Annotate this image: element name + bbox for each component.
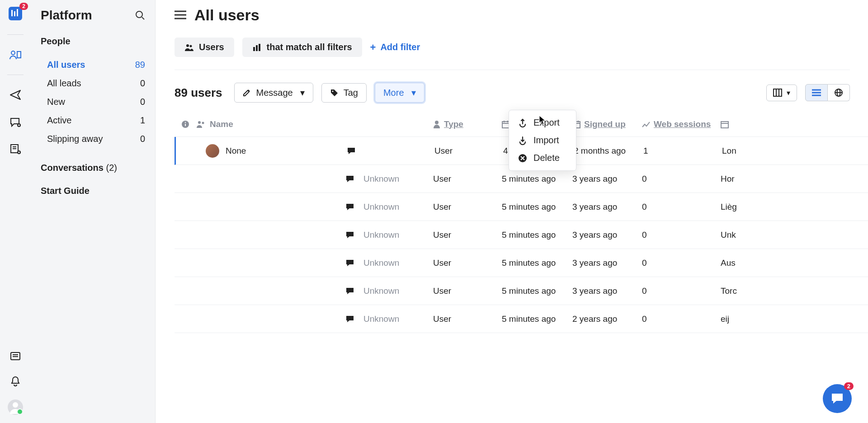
- col-label: Name: [210, 119, 233, 129]
- table-row[interactable]: UnknownUser5 minutes ago3 years ago0Unk: [175, 221, 868, 249]
- svg-rect-5: [17, 52, 21, 58]
- rail-articles-icon[interactable]: [8, 142, 23, 156]
- sidebar-list: All users 89 All leads 0 New 0 Active 1 …: [41, 56, 145, 148]
- list-view-button[interactable]: [805, 84, 828, 101]
- cell-city: Lon: [722, 146, 776, 156]
- more-button[interactable]: More ▾: [375, 83, 425, 103]
- add-filter-button[interactable]: + Add filter: [370, 42, 420, 53]
- row-chat-icon[interactable]: [336, 287, 363, 295]
- columns-button[interactable]: ▾: [766, 85, 797, 101]
- table-row[interactable]: UnknownUser5 minutes ago3 years ago0Aus: [175, 249, 868, 277]
- rail-badge: 2: [19, 3, 28, 10]
- columns-icon: [773, 89, 782, 97]
- message-button[interactable]: Message ▾: [234, 83, 313, 103]
- svg-point-11: [136, 11, 142, 18]
- sidebar-item-label: Active: [47, 115, 71, 126]
- cell-type: User: [433, 314, 502, 324]
- hamburger-icon[interactable]: [175, 10, 186, 20]
- svg-point-13: [190, 45, 192, 47]
- search-icon[interactable]: [135, 10, 145, 20]
- divider: [7, 34, 24, 35]
- row-chat-icon[interactable]: [336, 315, 363, 323]
- col-type[interactable]: Type: [433, 119, 502, 129]
- rail-send-icon[interactable]: [8, 88, 23, 102]
- cell-web-sessions: 0: [642, 174, 721, 184]
- cell-signed-up: 2 years ago: [572, 314, 642, 324]
- rail-bell-icon[interactable]: [8, 374, 23, 389]
- cell-signed-up: 3 years ago: [572, 174, 642, 184]
- rail-book-icon[interactable]: [8, 349, 23, 363]
- col-web-sessions[interactable]: Web sessions: [642, 119, 721, 129]
- row-avatar: [206, 144, 219, 158]
- svg-point-26: [435, 121, 439, 124]
- menu-delete[interactable]: Delete: [509, 149, 576, 167]
- main-content: All users Users that match all filters +…: [156, 0, 868, 423]
- svg-rect-22: [185, 124, 186, 126]
- sidebar-item-all-leads[interactable]: All leads 0: [41, 74, 145, 93]
- sidebar-item-all-users[interactable]: All users 89: [41, 56, 145, 74]
- svg-point-17: [332, 91, 333, 92]
- list-icon: [812, 89, 821, 96]
- sidebar-section-people[interactable]: People: [41, 36, 145, 47]
- sidebar-conversations-count: (2): [106, 163, 117, 173]
- cell-type: User: [433, 286, 502, 296]
- tag-icon: [330, 89, 338, 97]
- sidebar-conversations[interactable]: Conversations (2): [41, 156, 145, 179]
- users-icon: [196, 120, 206, 128]
- sidebar-item-count: 0: [140, 134, 145, 144]
- svg-rect-3: [17, 9, 18, 16]
- cell-city: Aus: [721, 258, 775, 268]
- app-logo[interactable]: 2: [7, 5, 24, 22]
- menu-import[interactable]: Import: [509, 132, 576, 149]
- user-avatar[interactable]: [8, 400, 23, 415]
- row-chat-icon[interactable]: [336, 175, 363, 183]
- cell-city: Lièg: [721, 202, 775, 212]
- globe-view-button[interactable]: [828, 84, 850, 101]
- table-row[interactable]: UnknownUser5 minutes ago3 years ago0Lièg: [175, 193, 868, 221]
- svg-rect-14: [253, 47, 255, 51]
- cell-type: User: [433, 202, 502, 212]
- rail-people-icon[interactable]: [8, 47, 23, 62]
- col-city[interactable]: [721, 120, 775, 128]
- chat-launcher[interactable]: 2: [823, 384, 852, 413]
- cell-type: User: [433, 258, 502, 268]
- row-chat-icon[interactable]: [338, 147, 365, 155]
- cell-first-seen: 5 minutes ago: [502, 202, 572, 212]
- sidebar-item-active[interactable]: Active 1: [41, 111, 145, 130]
- col-signed-up[interactable]: Signed up: [572, 119, 642, 129]
- users-icon: [184, 43, 193, 52]
- cell-first-seen: 5 minutes ago: [502, 314, 572, 324]
- sidebar-item-new[interactable]: New 0: [41, 93, 145, 111]
- cell-email: Unknown: [363, 230, 433, 240]
- table-row[interactable]: UnknownUser5 minutes ago3 years ago0Torc: [175, 277, 868, 305]
- filter-row: Users that match all filters + Add filte…: [175, 38, 850, 70]
- row-chat-icon[interactable]: [336, 203, 363, 211]
- cell-city: Torc: [721, 286, 775, 296]
- tag-button[interactable]: Tag: [321, 83, 367, 103]
- col-label: Type: [444, 119, 463, 129]
- cell-email: Unknown: [363, 202, 433, 212]
- rail-messages-icon[interactable]: [8, 115, 23, 129]
- menu-label: Delete: [533, 153, 560, 163]
- col-name[interactable]: Name: [196, 119, 336, 129]
- table-row[interactable]: UnknownUser5 minutes ago2 years ago0eij: [175, 305, 868, 333]
- sidebar-item-slipping-away[interactable]: Slipping away 0: [41, 130, 145, 148]
- sidebar-item-count: 0: [140, 78, 145, 89]
- row-chat-icon[interactable]: [336, 231, 363, 239]
- trend-icon: [642, 121, 650, 128]
- col-info[interactable]: [175, 120, 196, 128]
- cell-type: User: [433, 230, 502, 240]
- icon-rail: 2: [0, 0, 31, 423]
- filter-chip-users[interactable]: Users: [175, 38, 234, 57]
- import-icon: [518, 136, 527, 145]
- row-chat-icon[interactable]: [336, 259, 363, 267]
- svg-rect-1: [11, 10, 13, 16]
- cell-web-sessions: 0: [642, 258, 721, 268]
- cell-first-seen: 5 minutes ago: [502, 286, 572, 296]
- button-label: More: [383, 88, 404, 98]
- filter-chip-match[interactable]: that match all filters: [242, 38, 362, 57]
- globe-icon: [834, 88, 843, 97]
- sidebar-start-guide[interactable]: Start Guide: [41, 179, 145, 202]
- svg-rect-18: [774, 89, 782, 96]
- menu-export[interactable]: Export: [509, 114, 576, 132]
